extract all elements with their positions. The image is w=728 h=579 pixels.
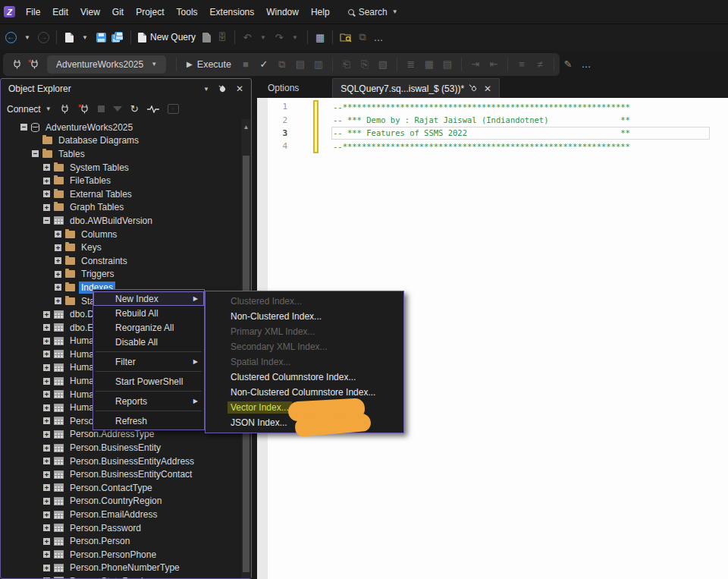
parse-button[interactable]: ✓ (256, 55, 272, 74)
context-menu-item-disable-all[interactable]: Disable All (93, 335, 204, 349)
expand-icon[interactable]: + (55, 244, 61, 251)
tree-item-person-emailaddress[interactable]: +Person.EmailAddress (1, 508, 240, 521)
expand-icon[interactable]: + (43, 364, 50, 371)
expand-icon[interactable]: + (55, 257, 61, 264)
tree-item-constraints[interactable]: +Constraints (1, 254, 240, 268)
tree-item-adventureworks2025[interactable]: −AdventureWorks2025 (1, 121, 240, 134)
toolbar-overflow-button[interactable]: … (578, 55, 595, 74)
expand-icon[interactable]: + (43, 458, 50, 464)
comment-button[interactable]: ≡ (513, 55, 530, 74)
new-file-dropdown[interactable]: ▼ (77, 27, 93, 47)
tree-item-external-tables[interactable]: +External Tables (1, 187, 240, 201)
expand-icon[interactable]: + (43, 351, 50, 357)
table-designer-button[interactable]: ▦ (312, 27, 328, 47)
connect-object-explorer-icon[interactable] (60, 104, 70, 114)
uncomment-button[interactable]: ≠ (532, 55, 548, 74)
expand-icon[interactable]: + (43, 445, 50, 452)
indent-button[interactable]: ⇥ (467, 55, 484, 74)
expand-icon[interactable]: + (43, 404, 50, 411)
tree-item-person-person[interactable]: +Person.Person (1, 534, 240, 548)
snippets-button[interactable]: ✎ (560, 55, 576, 74)
window-position-dropdown[interactable]: ▼ (203, 86, 209, 93)
filter-icon[interactable] (113, 106, 122, 112)
tree-item-person-contacttype[interactable]: +Person.ContactType (1, 481, 240, 495)
toolbar-overflow-button[interactable]: … (371, 27, 386, 47)
context-menu-item-filter[interactable]: Filter▶ (93, 354, 204, 369)
menu-file[interactable]: File (20, 4, 46, 20)
expand-icon[interactable]: + (43, 338, 50, 345)
tree-item-person-personphone[interactable]: +Person.PersonPhone (1, 548, 240, 562)
undo-button[interactable]: ↶ (240, 27, 255, 47)
expand-icon[interactable]: + (43, 391, 50, 398)
redo-button[interactable]: ↷ (271, 27, 287, 47)
code-line[interactable]: 1--*************************************… (268, 100, 728, 113)
tab-options[interactable]: Options (257, 79, 309, 97)
menu-window[interactable]: Window (260, 4, 305, 20)
expand-icon[interactable]: + (43, 511, 50, 518)
expand-icon[interactable]: + (55, 271, 61, 278)
new-query-current-connection-button[interactable] (199, 27, 214, 47)
tree-item-person-businessentitycontact[interactable]: +Person.BusinessEntityContact (1, 467, 240, 481)
results-to-text-button[interactable]: ≣ (403, 55, 419, 74)
activity-monitor-icon[interactable] (147, 105, 159, 113)
menu-view[interactable]: View (74, 4, 106, 20)
display-estimated-plan-button[interactable]: ⧉ (274, 55, 290, 74)
tree-item-triggers[interactable]: +Triggers (1, 268, 240, 282)
tree-item-system-tables[interactable]: +System Tables (1, 161, 240, 175)
expand-icon[interactable]: + (43, 498, 50, 505)
code-line[interactable]: 2-- *** Demo by : Rajat Jaiswal (Indiand… (268, 113, 728, 126)
expand-icon[interactable]: + (43, 204, 50, 211)
close-icon[interactable]: ✕ (484, 83, 491, 94)
query-options-button[interactable]: ▤ (292, 55, 309, 74)
context-menu-item-reports[interactable]: Reports▶ (93, 394, 204, 408)
search-control[interactable]: Search ▼ (348, 7, 398, 17)
expand-icon[interactable]: + (55, 284, 61, 291)
tree-item-person-stateprovince[interactable]: +Person.StateProvince (1, 574, 240, 578)
connect-button[interactable] (9, 55, 24, 74)
scripting-options-icon[interactable]: ▫ (168, 104, 179, 114)
expand-icon[interactable]: + (43, 471, 50, 478)
refresh-icon[interactable]: ↻ (130, 103, 139, 115)
submenu-item-non-clustered-index[interactable]: Non-Clustered Index... (206, 309, 403, 324)
client-statistics-button[interactable]: ▧ (375, 55, 391, 74)
submenu-item-clustered-columnstore-index[interactable]: Clustered Columnstore Index... (206, 370, 403, 385)
expand-icon[interactable]: + (43, 324, 50, 331)
undo-dropdown[interactable]: ▼ (256, 27, 271, 47)
expand-icon[interactable]: + (55, 231, 61, 238)
submenu-item-non-clustered-columnstore-index[interactable]: Non-Clustered Columnstore Index... (206, 385, 403, 400)
tree-item-columns[interactable]: +Columns (1, 228, 240, 241)
scroll-up-icon[interactable]: ▲ (241, 119, 251, 131)
tree-item-dbo-awbuildversion[interactable]: −dbo.AWBuildVersion (1, 214, 240, 228)
expand-icon[interactable]: + (43, 577, 50, 578)
expand-icon[interactable]: + (43, 565, 50, 571)
expand-icon[interactable]: + (43, 538, 50, 545)
menu-project[interactable]: Project (130, 4, 170, 20)
expand-icon[interactable]: + (43, 178, 50, 184)
context-menu-item-reorganize-all[interactable]: Reorganize All (93, 320, 204, 335)
tree-item-graph-tables[interactable]: +Graph Tables (1, 201, 240, 215)
tab-sqlquery7[interactable]: SQLQuery7.sq...iswal_$ (53))* ✕ (332, 78, 500, 98)
pin-icon[interactable] (218, 85, 226, 93)
context-menu-item-start-powershell[interactable]: Start PowerShell (93, 374, 204, 389)
tree-item-tables[interactable]: −Tables (1, 147, 240, 161)
tree-item-database-diagrams[interactable]: Database Diagrams (1, 134, 240, 148)
navigate-back-button[interactable]: ← (3, 27, 19, 47)
collapse-icon[interactable]: − (20, 124, 27, 131)
code-snippet-button[interactable]: ⧉ (355, 27, 370, 47)
execute-button[interactable]: ▶ Execute (182, 59, 236, 70)
new-query-button[interactable]: New Query (136, 27, 198, 47)
tree-item-person-countryregion[interactable]: +Person.CountryRegion (1, 495, 240, 508)
tree-item-person-businessentityaddress[interactable]: +Person.BusinessEntityAddress (1, 455, 240, 468)
collapse-icon[interactable]: − (43, 217, 50, 224)
close-icon[interactable]: ✕ (236, 83, 243, 94)
change-connection-button[interactable] (26, 55, 41, 74)
expand-icon[interactable]: + (43, 378, 50, 385)
menu-extensions[interactable]: Extensions (204, 4, 261, 20)
menu-help[interactable]: Help (305, 4, 336, 20)
expand-icon[interactable]: + (43, 417, 50, 424)
results-to-file-button[interactable]: ▤ (439, 55, 456, 74)
expand-icon[interactable]: + (43, 484, 50, 491)
menu-edit[interactable]: Edit (46, 4, 74, 20)
expand-icon[interactable]: + (43, 311, 50, 318)
save-all-button[interactable] (109, 27, 126, 47)
